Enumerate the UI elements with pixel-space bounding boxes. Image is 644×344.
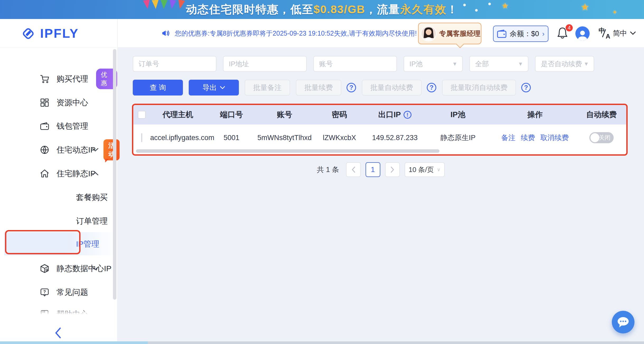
auto-renew-select[interactable]: 是否自动续费▼ [535,56,594,72]
sidebar-subitem-package-purchase[interactable]: 套餐购买 [0,185,117,209]
account-input[interactable] [313,56,397,72]
cell-password: lZWKxcbX [312,134,367,142]
balance-text: 余额：$0 [510,29,539,39]
col-header-account: 账号 [257,109,312,120]
cell-pool: 静态原生IP [423,133,493,142]
sidebar-subitem-ip-management[interactable]: IP管理 [0,232,117,256]
service-manager-avatar [421,26,437,41]
svg-text:?: ? [43,290,46,294]
sidebar-item-buy-proxy[interactable]: 购买代理 优惠 [0,67,117,91]
select-all-checkbox[interactable] [138,111,146,119]
cell-port: 5001 [206,134,257,142]
query-button[interactable]: 查 询 [133,80,183,95]
promo-banner[interactable]: ★ ★ ✦ 动态住宅限时特惠，低至$0.83/GB，流量永久有效！ [0,0,644,19]
chevron-up-icon [92,171,99,176]
batch-auto-renew-help-icon[interactable]: ? [427,83,436,92]
ip-table: 代理主机 端口号 账号 密码 出口IP ! IP池 操作 自动续费 accel.… [133,105,626,154]
page-1-button[interactable]: 1 [366,162,380,177]
globe-icon [40,145,50,155]
batch-renew-button[interactable]: 批量续费 [296,80,341,95]
chevron-down-icon [220,86,225,89]
notifications-button[interactable]: 4 [556,26,571,41]
toggle-label: 关闭 [599,132,610,143]
info-icon[interactable]: ! [404,111,411,119]
sidebar-item-static-datacenter-ip[interactable]: 静态数据中心IP [0,257,117,280]
coupon-notice-text: 您的优惠券:专属8折优惠券即将于2025-09-23 19:10:52失效,请于… [175,29,417,38]
toolbar: 查 询 导出 批量备注 批量续费 ? 批量自动续费 ? 批量取消自动续费 [133,80,531,95]
cancel-renew-link[interactable]: 取消续费 [540,133,569,142]
batch-cancel-auto-renew-help-icon[interactable]: ? [521,83,531,92]
chevron-right-icon: › [542,30,544,38]
notification-count-badge: 4 [565,24,573,32]
toggle-knob [590,133,599,142]
cart-icon [40,74,50,84]
row-checkbox[interactable] [141,133,142,142]
sidebar-item-residential-static-ip[interactable]: 住宅静态IP [0,162,117,185]
balance-button[interactable]: 余额：$0 › [493,26,548,42]
ip-pool-select[interactable]: IP池▼ [404,56,463,72]
filter-bar: IP池▼ 全部▼ 是否自动续费▼ [133,56,594,72]
batch-note-button[interactable]: 批量备注 [245,80,290,95]
table-row: accel.ipflygates.com 5001 5mWNs8tytTlhxd… [133,125,626,151]
note-link[interactable]: 备注 [501,133,515,142]
ip-address-input[interactable] [223,56,307,72]
sidebar-scrollbar[interactable] [113,49,116,300]
prev-page-button[interactable] [346,162,361,177]
caret-down-icon: ▼ [584,61,589,67]
export-button[interactable]: 导出 [189,80,239,95]
sidebar-subitem-order-management[interactable]: 订单管理 [0,209,117,233]
col-header-host: 代理主机 [150,109,206,120]
cell-account: 5mWNs8tytTlhxd [257,134,312,142]
top-bar: IPFLY 您的优惠券:专属8折优惠券即将于2025-09-23 19:10:5… [0,19,644,47]
order-no-input[interactable] [133,56,216,72]
batch-renew-help-icon[interactable]: ? [347,83,356,92]
service-manager-label: 专属客服经理 [439,29,480,38]
table-horizontal-scrollbar[interactable] [136,149,439,153]
next-page-button[interactable] [385,162,400,177]
service-manager-badge[interactable]: 专属客服经理 [418,23,481,44]
renew-link[interactable]: 续费 [521,133,535,142]
page-size-select[interactable]: 10 条/页 ∨ [405,162,445,177]
sidebar-item-resource-center[interactable]: 资源中心 [0,91,117,114]
chevron-left-icon [351,166,356,173]
logo-icon [21,26,36,41]
person-icon [577,29,588,41]
pagination: 共 1 条 1 10 条/页 ∨ [117,162,644,177]
sidebar: 购买代理 优惠 资源中心 钱包管理 住宅 [0,47,117,341]
batch-auto-renew-button[interactable]: 批量自动续费 [362,80,422,95]
badge-tail [456,40,464,48]
language-selector[interactable]: 中 A 简中 [599,19,636,47]
megaphone-icon [162,28,171,38]
cell-actions: 备注 续费 取消续费 [493,133,577,142]
col-header-auto-renew: 自动续费 [577,109,626,120]
caret-down-icon: ▼ [518,61,523,67]
sidebar-item-wallet[interactable]: 钱包管理 [0,114,117,138]
chevron-down-icon: ∨ [437,167,441,173]
chevron-down-icon [630,31,636,35]
auto-renew-toggle[interactable]: 关闭 [589,132,614,143]
wallet-icon [497,30,506,38]
col-header-password: 密码 [312,109,367,120]
chevron-down-icon [92,266,99,271]
user-avatar[interactable] [575,26,590,41]
sidebar-collapse-button[interactable] [52,326,64,340]
window-bottom-strip-left [0,341,148,344]
question-bubble-icon: ? [40,287,50,297]
logo[interactable]: IPFLY [21,19,79,47]
home-icon [40,169,50,179]
total-count: 共 1 条 [317,165,339,174]
promo-banner-text: 动态住宅限时特惠，低至$0.83/GB，流量永久有效！ [0,0,644,19]
grid-icon [40,98,50,108]
all-select[interactable]: 全部▼ [469,56,528,72]
cell-exit-ip: 149.52.87.233 [367,134,423,142]
sidebar-item-residential-dynamic-ip[interactable]: 住宅动态IP 活动 [0,138,117,162]
logo-text: IPFLY [40,26,79,41]
chevron-right-icon [390,166,395,173]
coupon-notice: 您的优惠券:专属8折优惠券即将于2025-09-23 19:10:52失效,请于… [162,19,417,47]
chevron-down-icon [92,148,99,152]
language-label: 简中 [613,28,627,38]
chat-support-button[interactable] [612,311,634,333]
sidebar-item-faq[interactable]: ? 常见问题 [0,280,117,304]
cell-host: accel.ipflygates.com [150,134,206,142]
batch-cancel-auto-renew-button[interactable]: 批量取消自动续费 [442,80,516,95]
